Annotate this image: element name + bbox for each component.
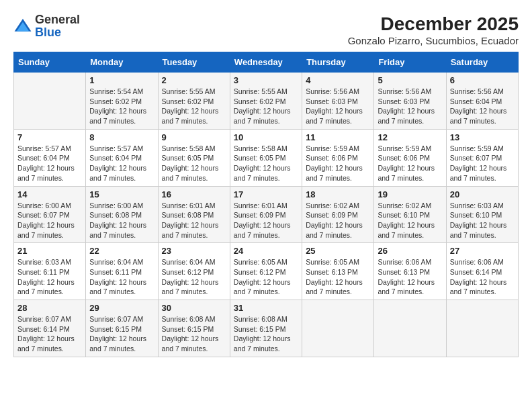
day-info: Sunrise: 5:56 AMSunset: 6:03 PMDaylight:…	[306, 87, 370, 126]
calendar-cell	[14, 73, 86, 130]
day-number: 21	[17, 246, 82, 256]
day-number: 12	[378, 132, 442, 142]
day-number: 5	[378, 75, 442, 85]
calendar-week-row: 1Sunrise: 5:54 AMSunset: 6:02 PMDaylight…	[14, 73, 519, 130]
calendar-week-row: 28Sunrise: 6:07 AMSunset: 6:14 PMDayligh…	[14, 300, 519, 357]
calendar-cell: 1Sunrise: 5:54 AMSunset: 6:02 PMDaylight…	[86, 73, 158, 130]
calendar-cell: 7Sunrise: 5:57 AMSunset: 6:04 PMDaylight…	[14, 129, 86, 186]
day-info: Sunrise: 6:02 AMSunset: 6:10 PMDaylight:…	[378, 201, 442, 240]
calendar-cell	[446, 300, 518, 357]
day-number: 13	[450, 132, 515, 142]
day-info: Sunrise: 6:07 AMSunset: 6:14 PMDaylight:…	[17, 314, 82, 354]
day-info: Sunrise: 5:54 AMSunset: 6:02 PMDaylight:…	[89, 87, 154, 126]
calendar-cell: 19Sunrise: 6:02 AMSunset: 6:10 PMDayligh…	[374, 186, 446, 243]
day-number: 3	[234, 75, 298, 85]
calendar-cell: 2Sunrise: 5:55 AMSunset: 6:02 PMDaylight…	[158, 73, 230, 130]
day-info: Sunrise: 6:03 AMSunset: 6:11 PMDaylight:…	[17, 257, 82, 297]
day-number: 20	[450, 189, 515, 199]
day-number: 23	[162, 246, 226, 256]
day-info: Sunrise: 5:58 AMSunset: 6:05 PMDaylight:…	[162, 144, 226, 183]
calendar-cell: 20Sunrise: 6:03 AMSunset: 6:10 PMDayligh…	[446, 186, 518, 243]
day-number: 6	[450, 75, 515, 85]
calendar-header: Sunday Monday Tuesday Wednesday Thursday…	[14, 52, 519, 73]
col-saturday: Saturday	[446, 52, 518, 73]
calendar-cell: 29Sunrise: 6:07 AMSunset: 6:15 PMDayligh…	[86, 300, 158, 357]
calendar-cell: 17Sunrise: 6:01 AMSunset: 6:09 PMDayligh…	[230, 186, 302, 243]
day-info: Sunrise: 6:05 AMSunset: 6:12 PMDaylight:…	[234, 257, 298, 297]
day-info: Sunrise: 6:03 AMSunset: 6:10 PMDaylight:…	[450, 201, 515, 240]
logo-icon	[13, 17, 32, 36]
day-number: 9	[162, 132, 226, 142]
calendar-cell: 13Sunrise: 5:59 AMSunset: 6:07 PMDayligh…	[446, 129, 518, 186]
calendar-cell: 28Sunrise: 6:07 AMSunset: 6:14 PMDayligh…	[14, 300, 86, 357]
calendar-body: 1Sunrise: 5:54 AMSunset: 6:02 PMDaylight…	[14, 73, 519, 357]
calendar-cell: 14Sunrise: 6:00 AMSunset: 6:07 PMDayligh…	[14, 186, 86, 243]
col-sunday: Sunday	[14, 52, 86, 73]
logo: General Blue	[13, 13, 80, 39]
day-info: Sunrise: 6:05 AMSunset: 6:13 PMDaylight:…	[306, 257, 370, 297]
calendar-cell	[374, 300, 446, 357]
logo-general: General Blue	[35, 13, 80, 39]
calendar-cell: 8Sunrise: 5:57 AMSunset: 6:04 PMDaylight…	[86, 129, 158, 186]
day-number: 14	[17, 189, 82, 199]
day-number: 25	[306, 246, 370, 256]
calendar-cell: 3Sunrise: 5:55 AMSunset: 6:02 PMDaylight…	[230, 73, 302, 130]
day-number: 17	[234, 189, 298, 199]
title-section: December 2025 Gonzalo Pizarro, Sucumbios…	[348, 13, 519, 46]
day-number: 1	[89, 75, 154, 85]
calendar-cell: 16Sunrise: 6:01 AMSunset: 6:08 PMDayligh…	[158, 186, 230, 243]
col-wednesday: Wednesday	[230, 52, 302, 73]
calendar-week-row: 21Sunrise: 6:03 AMSunset: 6:11 PMDayligh…	[14, 243, 519, 300]
calendar-cell: 6Sunrise: 5:56 AMSunset: 6:04 PMDaylight…	[446, 73, 518, 130]
calendar-cell: 23Sunrise: 6:04 AMSunset: 6:12 PMDayligh…	[158, 243, 230, 300]
calendar-cell: 9Sunrise: 5:58 AMSunset: 6:05 PMDaylight…	[158, 129, 230, 186]
day-info: Sunrise: 6:08 AMSunset: 6:15 PMDaylight:…	[162, 314, 226, 354]
day-info: Sunrise: 6:00 AMSunset: 6:07 PMDaylight:…	[17, 201, 82, 240]
day-number: 8	[89, 132, 154, 142]
calendar-cell: 24Sunrise: 6:05 AMSunset: 6:12 PMDayligh…	[230, 243, 302, 300]
calendar-cell: 25Sunrise: 6:05 AMSunset: 6:13 PMDayligh…	[302, 243, 374, 300]
calendar-cell: 11Sunrise: 5:59 AMSunset: 6:06 PMDayligh…	[302, 129, 374, 186]
calendar-cell: 30Sunrise: 6:08 AMSunset: 6:15 PMDayligh…	[158, 300, 230, 357]
calendar-cell: 22Sunrise: 6:04 AMSunset: 6:11 PMDayligh…	[86, 243, 158, 300]
day-info: Sunrise: 5:58 AMSunset: 6:05 PMDaylight:…	[234, 144, 298, 183]
day-number: 10	[234, 132, 298, 142]
day-info: Sunrise: 6:07 AMSunset: 6:15 PMDaylight:…	[89, 314, 154, 354]
day-info: Sunrise: 6:04 AMSunset: 6:12 PMDaylight:…	[162, 257, 226, 297]
day-number: 7	[17, 132, 82, 142]
day-info: Sunrise: 5:56 AMSunset: 6:04 PMDaylight:…	[450, 87, 515, 126]
day-number: 28	[17, 303, 82, 313]
day-info: Sunrise: 6:06 AMSunset: 6:13 PMDaylight:…	[378, 257, 442, 297]
col-thursday: Thursday	[302, 52, 374, 73]
day-number: 2	[162, 75, 226, 85]
day-info: Sunrise: 5:57 AMSunset: 6:04 PMDaylight:…	[89, 144, 154, 183]
calendar-week-row: 7Sunrise: 5:57 AMSunset: 6:04 PMDaylight…	[14, 129, 519, 186]
day-info: Sunrise: 5:59 AMSunset: 6:06 PMDaylight:…	[306, 144, 370, 183]
calendar-cell: 4Sunrise: 5:56 AMSunset: 6:03 PMDaylight…	[302, 73, 374, 130]
day-number: 15	[89, 189, 154, 199]
day-number: 19	[378, 189, 442, 199]
col-tuesday: Tuesday	[158, 52, 230, 73]
day-info: Sunrise: 6:08 AMSunset: 6:15 PMDaylight:…	[234, 314, 298, 354]
day-number: 11	[306, 132, 370, 142]
calendar-cell: 21Sunrise: 6:03 AMSunset: 6:11 PMDayligh…	[14, 243, 86, 300]
day-info: Sunrise: 6:01 AMSunset: 6:09 PMDaylight:…	[234, 201, 298, 240]
calendar-cell: 15Sunrise: 6:00 AMSunset: 6:08 PMDayligh…	[86, 186, 158, 243]
day-info: Sunrise: 5:59 AMSunset: 6:06 PMDaylight:…	[378, 144, 442, 183]
day-number: 31	[234, 303, 298, 313]
location-subtitle: Gonzalo Pizarro, Sucumbios, Ecuador	[348, 35, 519, 46]
day-number: 26	[378, 246, 442, 256]
day-number: 18	[306, 189, 370, 199]
day-number: 4	[306, 75, 370, 85]
col-friday: Friday	[374, 52, 446, 73]
day-info: Sunrise: 5:59 AMSunset: 6:07 PMDaylight:…	[450, 144, 515, 183]
day-info: Sunrise: 5:55 AMSunset: 6:02 PMDaylight:…	[234, 87, 298, 126]
day-number: 27	[450, 246, 515, 256]
calendar-cell: 5Sunrise: 5:56 AMSunset: 6:03 PMDaylight…	[374, 73, 446, 130]
day-number: 30	[162, 303, 226, 313]
calendar-cell: 26Sunrise: 6:06 AMSunset: 6:13 PMDayligh…	[374, 243, 446, 300]
header-row: Sunday Monday Tuesday Wednesday Thursday…	[14, 52, 519, 73]
day-info: Sunrise: 6:04 AMSunset: 6:11 PMDaylight:…	[89, 257, 154, 297]
col-monday: Monday	[86, 52, 158, 73]
day-info: Sunrise: 5:55 AMSunset: 6:02 PMDaylight:…	[162, 87, 226, 126]
